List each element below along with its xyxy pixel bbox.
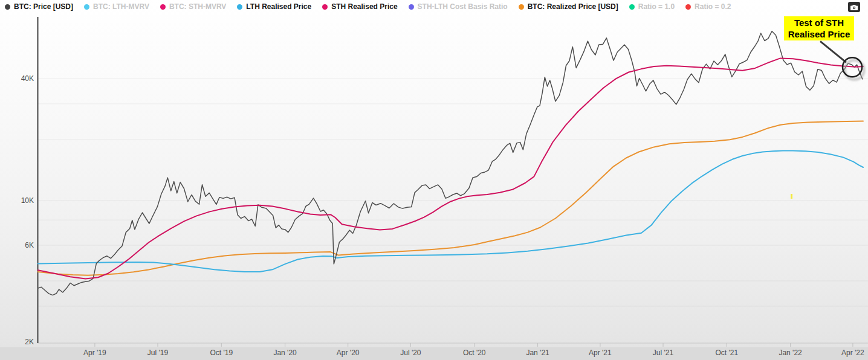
sth-mvrv-dot-icon: [160, 4, 166, 10]
legend-item-label: Ratio = 0.2: [695, 2, 731, 11]
btc-realized-price-line: [38, 121, 863, 275]
x-axis-label: Apr '19: [83, 349, 106, 357]
legend-item-label: STH-LTH Cost Basis Ratio: [418, 2, 508, 11]
legend-item-lth-realised-price[interactable]: LTH Realised Price: [237, 2, 311, 11]
x-axis-label: Apr '21: [589, 349, 612, 357]
x-axis-label: Jul '20: [400, 349, 421, 357]
btc-price-line: [38, 31, 863, 295]
legend-item-btc-sth-mvrv[interactable]: BTC: STH-MVRV: [160, 2, 226, 11]
x-axis-label: Jan '21: [526, 349, 549, 357]
camera-button[interactable]: [848, 2, 860, 12]
legend-item-label: BTC: STH-MVRV: [169, 2, 226, 11]
cost-basis-ratio-dot-icon: [409, 4, 414, 10]
legend-item-label: BTC: Realized Price [USD]: [528, 2, 618, 11]
y-axis-label: 2K: [25, 338, 34, 346]
price-dot-icon: [5, 4, 10, 10]
chart-window: BTC: Price [USD]BTC: LTH-MVRVBTC: STH-MV…: [0, 0, 868, 360]
x-axis-label: Apr '20: [337, 349, 360, 357]
ratio-1-dot-icon: [629, 4, 635, 10]
annotation-line2: Realised Price: [788, 29, 850, 39]
camera-icon: [850, 4, 858, 10]
legend-item-label: LTH Realised Price: [246, 2, 311, 11]
x-axis-label: Jan '20: [273, 349, 297, 357]
annotation-arrow: [820, 41, 846, 62]
annotation-line1: Test of STH: [794, 18, 844, 28]
x-axis-label: Oct '20: [463, 349, 486, 357]
legend-item-label: Ratio = 1.0: [638, 2, 675, 11]
sth-realised-price-line: [38, 58, 863, 278]
legend-item-sth-realised-price[interactable]: STH Realised Price: [322, 2, 397, 11]
legend-item-sth-lth-cost-basis-ratio[interactable]: STH-LTH Cost Basis Ratio: [409, 2, 508, 11]
legend-item-ratio-1-0[interactable]: Ratio = 1.0: [629, 2, 675, 11]
x-axis-label: Apr '22: [841, 349, 864, 357]
x-axis-label: Jan '22: [779, 349, 802, 357]
sth-realised-dot-icon: [322, 4, 328, 10]
x-axis-label: Oct '21: [715, 349, 738, 357]
legend-item-btc-lth-mvrv[interactable]: BTC: LTH-MVRV: [84, 2, 149, 11]
legend-item-label: BTC: LTH-MVRV: [93, 2, 149, 11]
annotation-label: Test of STH Realised Price: [784, 16, 854, 40]
artifact-mark: [791, 194, 792, 199]
realized-price-dot-icon: [519, 4, 524, 10]
legend-item-btc-realized-price-usd[interactable]: BTC: Realized Price [USD]: [519, 2, 618, 11]
price-chart[interactable]: Apr '19Jul '19Oct '19Jan '20Apr '20Jul '…: [0, 0, 868, 360]
legend-item-label: BTC: Price [USD]: [14, 2, 73, 11]
legend-item-label: STH Realised Price: [331, 2, 397, 11]
lth-realised-dot-icon: [237, 4, 242, 10]
y-axis-label: 10K: [21, 196, 34, 205]
ratio-02-dot-icon: [685, 4, 691, 10]
y-axis-label: 6K: [25, 241, 34, 249]
legend-item-btc-price-usd[interactable]: BTC: Price [USD]: [5, 2, 73, 11]
lth-mvrv-dot-icon: [84, 4, 89, 10]
legend-bar: BTC: Price [USD]BTC: LTH-MVRVBTC: STH-MV…: [5, 2, 840, 11]
y-axis-label: 40K: [21, 74, 34, 83]
legend-item-ratio-0-2[interactable]: Ratio = 0.2: [685, 2, 731, 11]
x-axis-label: Jul '19: [147, 349, 169, 357]
x-axis-label: Oct '19: [210, 349, 233, 357]
x-axis-label: Jul '21: [653, 349, 674, 357]
lth-realised-price-line: [38, 151, 863, 272]
